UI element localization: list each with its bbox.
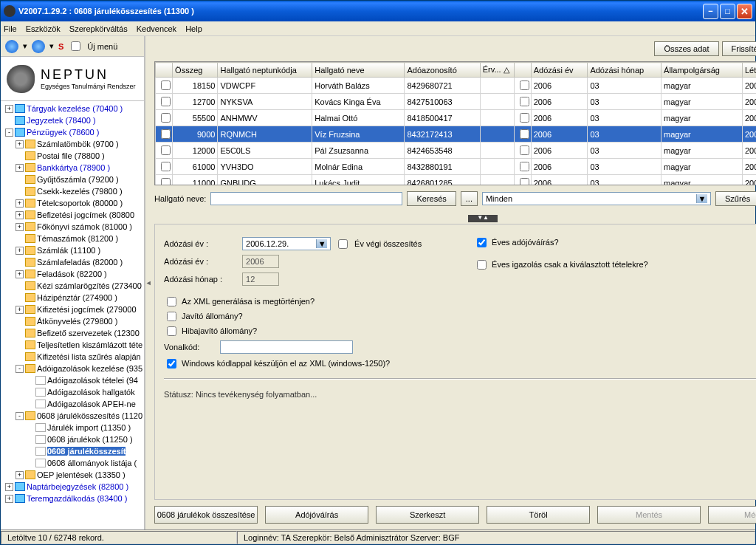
tree-item[interactable]: -Adóigazolások kezelése (935 — [2, 363, 142, 374]
table-row[interactable]: 55500ANHMWVHalmai Ottó8418500417200603ma… — [156, 110, 756, 126]
tree-item[interactable]: Adóigazolások tételei (94 — [2, 374, 142, 386]
grid-header[interactable]: Létrehozás id — [742, 63, 756, 78]
tree-item[interactable]: Befizető szervezetek (12300 — [2, 327, 142, 339]
cancel-button[interactable]: Mégsem — [708, 506, 756, 524]
tree-item[interactable]: +Bankkártya (78900 ) — [2, 162, 142, 174]
tree-item[interactable]: Témaszámok (81200 ) — [2, 233, 142, 244]
tree-item[interactable]: Adóigazolások hallgatók — [2, 386, 142, 398]
expand-icon[interactable]: + — [16, 306, 24, 314]
table-row[interactable]: 11000GNBUDGLukács Judit8426801285200603m… — [156, 175, 756, 186]
expand-icon[interactable]: + — [5, 483, 13, 491]
tree-item[interactable]: 0608 járulékok (11250 ) — [2, 433, 142, 445]
minimize-button[interactable]: − — [703, 4, 718, 19]
delete-button[interactable]: Töröl — [487, 506, 590, 524]
row-checkbox[interactable] — [161, 113, 171, 123]
tree-item[interactable]: +Főkönyvi számok (81000 ) — [2, 221, 142, 233]
browse-button[interactable]: ... — [461, 191, 478, 206]
tree-item[interactable]: Számlafeladás (82000 ) — [2, 256, 142, 268]
expand-icon[interactable]: + — [16, 164, 24, 172]
tree-item[interactable]: +Számlák (11100 ) — [2, 244, 142, 256]
data-grid[interactable]: ÖsszegHallgató neptunkódjaHallgató neveA… — [154, 61, 756, 185]
tree-item[interactable]: +Feladások (82200 ) — [2, 268, 142, 280]
grid-header[interactable]: Érv... △ — [480, 63, 514, 78]
search-button[interactable]: Keresés — [407, 191, 456, 206]
table-row[interactable]: 61000YVH3DOMolnár Edina8432880191200603m… — [156, 159, 756, 175]
row-checkbox[interactable] — [520, 145, 529, 155]
expand-icon[interactable]: - — [16, 365, 24, 373]
tree-item[interactable]: Házipénztár (274900 ) — [2, 292, 142, 304]
tree-item[interactable]: +Számlatömbök (9700 ) — [2, 138, 142, 150]
maximize-button[interactable]: □ — [720, 4, 735, 19]
menu-fav[interactable]: Kedvencek — [137, 24, 176, 33]
row-checkbox[interactable] — [520, 129, 529, 139]
tree-item[interactable]: Átkönyvelés (279800 ) — [2, 315, 142, 327]
row-checkbox[interactable] — [520, 97, 529, 106]
row-checkbox[interactable] — [161, 145, 171, 155]
summarize-button[interactable]: 0608 járulékok összesítése — [154, 506, 258, 524]
grid-header[interactable] — [514, 63, 531, 78]
row-checkbox[interactable] — [520, 113, 529, 123]
grid-header[interactable]: Hallgató neve — [312, 63, 405, 78]
search-input[interactable] — [210, 192, 402, 205]
tree-item[interactable]: Gyűjtőszámla (79200 ) — [2, 174, 142, 185]
expand-icon[interactable]: + — [16, 270, 24, 278]
grid-header[interactable]: Adóazonosító — [405, 63, 480, 78]
annual-cert-checkbox[interactable] — [477, 260, 487, 270]
tree-item[interactable]: +Teremgazdálkodás (83400 ) — [2, 493, 142, 504]
grid-header[interactable]: Adózási év — [531, 63, 588, 78]
tree-item[interactable]: Kézi számlarögzítés (273400 — [2, 280, 142, 292]
tree-item[interactable]: Teljesítetlen kiszámlázott téte — [2, 339, 142, 351]
menu-file[interactable]: File — [4, 24, 17, 33]
save-button[interactable]: Mentés — [597, 506, 701, 524]
back-button[interactable] — [5, 40, 18, 53]
fix2-checkbox[interactable] — [167, 326, 176, 336]
tree-item[interactable]: -Pénzügyek (78600 ) — [2, 126, 142, 138]
splitter[interactable]: ◄ — [145, 36, 151, 529]
titlebar[interactable]: V2007.1.29.2 : 0608 járulékösszesítés (1… — [1, 1, 755, 21]
expand-icon[interactable]: + — [16, 199, 24, 208]
expand-icon[interactable]: + — [16, 247, 24, 255]
nav-tree[interactable]: +Tárgyak kezelése (70400 )Jegyzetek (784… — [1, 101, 144, 529]
refresh-button[interactable]: Frissítés — [722, 41, 756, 56]
tree-item[interactable]: Jegyzetek (78400 ) — [2, 114, 142, 126]
row-checkbox[interactable] — [161, 162, 171, 171]
row-checkbox[interactable] — [161, 97, 171, 106]
expand-icon[interactable]: + — [16, 471, 24, 479]
forward-button[interactable] — [32, 40, 45, 53]
tree-item[interactable]: Csekk-kezelés (79800 ) — [2, 185, 142, 197]
fix-checkbox[interactable] — [167, 312, 176, 321]
grid-header[interactable]: Adózási hónap — [588, 63, 662, 78]
row-checkbox[interactable] — [161, 80, 171, 90]
table-row[interactable]: 12000E5C0LSPál Zsuzsanna8424653548200603… — [156, 143, 756, 159]
menu-help[interactable]: Help — [185, 24, 202, 33]
expand-icon[interactable]: + — [5, 495, 13, 503]
tree-item[interactable]: +Tételcsoportok (80000 ) — [2, 197, 142, 209]
tree-item[interactable]: +Naptárbejegyzések (82800 ) — [2, 481, 142, 493]
menu-role[interactable]: Szerepkörváltás — [69, 24, 128, 33]
table-row[interactable]: 18150VDWCPFHorváth Balázs842968072120060… — [156, 78, 756, 94]
tree-item[interactable]: 0608 állományok listája ( — [2, 457, 142, 469]
newmenu-checkbox[interactable] — [71, 41, 80, 51]
annual-tax-checkbox[interactable] — [477, 238, 487, 247]
expand-icon[interactable]: - — [5, 128, 13, 137]
expand-icon[interactable]: + — [5, 105, 13, 113]
row-checkbox[interactable] — [520, 80, 529, 90]
tree-item[interactable]: +Befizetési jogcímek (80800 — [2, 209, 142, 221]
table-row[interactable]: 12700NYKSVAKovács Kinga Éva8427510063200… — [156, 94, 756, 110]
tree-item[interactable]: Kifizetési lista szűrés alapján — [2, 351, 142, 363]
barcode-input[interactable] — [220, 340, 353, 354]
menu-tools[interactable]: Eszközök — [26, 24, 61, 33]
yearend-checkbox[interactable] — [338, 239, 348, 249]
tree-item[interactable]: +Kifizetési jogcímek (279000 — [2, 304, 142, 315]
taxcredit-button[interactable]: Adójóváírás — [265, 506, 368, 524]
xmlgen-checkbox[interactable] — [167, 297, 176, 306]
expand-icon[interactable]: - — [16, 412, 24, 420]
grid-header[interactable] — [156, 63, 173, 78]
tree-item[interactable]: +Tárgyak kezelése (70400 ) — [2, 103, 142, 114]
row-checkbox[interactable] — [520, 178, 529, 185]
tree-item[interactable]: Járulék import (11350 ) — [2, 422, 142, 433]
tree-item[interactable]: 0608 járulékösszesít — [2, 445, 142, 457]
collapse-handle[interactable]: ▼▲ — [468, 215, 498, 222]
edit-button[interactable]: Szerkeszt — [376, 506, 479, 524]
expand-icon[interactable]: + — [16, 211, 24, 219]
